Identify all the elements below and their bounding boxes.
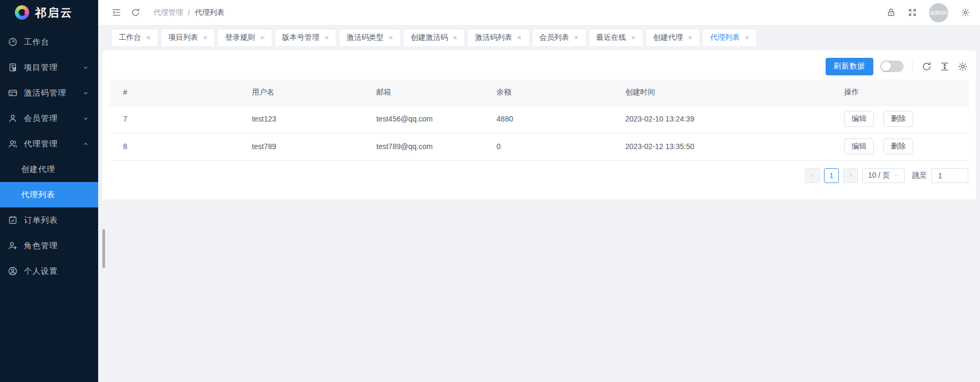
tab-close-icon[interactable]	[453, 35, 457, 41]
tab-9[interactable]: 创建代理	[646, 30, 699, 46]
tab-bar: 工作台 项目列表 登录规则 版本号管理 激活码类型 创建激活码 激活码列表 会员…	[98, 25, 980, 50]
sidebar-item-label: 项目管理	[24, 63, 82, 73]
breadcrumb-separator: /	[188, 8, 190, 17]
table-row: 7 test123 test456@qq.com 4880 2023-02-10…	[110, 105, 968, 133]
table-wrap: #用户名邮箱余额创建时间操作 7 test123 test456@qq.com …	[110, 80, 968, 161]
row-density-icon[interactable]	[939, 61, 950, 72]
activation-card-icon	[7, 88, 18, 98]
tab-label: 创建激活码	[411, 33, 448, 42]
sidebar-item-3[interactable]: 会员管理	[0, 106, 98, 131]
order-icon	[7, 215, 18, 225]
prev-page-button[interactable]	[805, 168, 820, 183]
tab-close-icon[interactable]	[203, 35, 207, 41]
cell-index: 7	[110, 105, 239, 133]
cell-email: test456@qq.com	[363, 105, 483, 133]
tab-6[interactable]: 激活码列表	[468, 30, 528, 46]
sidebar-item-2[interactable]: 激活码管理	[0, 80, 98, 106]
agents-table: #用户名邮箱余额创建时间操作 7 test123 test456@qq.com …	[110, 80, 968, 161]
tab-7[interactable]: 会员列表	[533, 30, 586, 46]
table-column-header: #	[110, 80, 239, 105]
edit-button[interactable]: 编辑	[844, 138, 874, 154]
tab-close-icon[interactable]	[259, 35, 264, 41]
next-page-button[interactable]	[843, 168, 858, 183]
fullscreen-icon[interactable]	[903, 3, 922, 22]
tab-label: 版本号管理	[282, 33, 319, 42]
chevron-up-icon	[82, 141, 89, 147]
delete-button[interactable]: 删除	[883, 111, 913, 127]
project-icon	[7, 62, 18, 73]
page-size-value: 10 / 页	[868, 171, 890, 180]
settings-gear-icon[interactable]	[956, 3, 975, 22]
chevron-down-icon	[82, 64, 89, 71]
sidebar-item-label: 角色管理	[24, 241, 91, 251]
tab-3[interactable]: 版本号管理	[275, 30, 336, 46]
sidebar-item-label: 代理管理	[24, 139, 82, 149]
reload-table-icon[interactable]	[921, 61, 932, 72]
reload-page-icon[interactable]	[126, 3, 145, 22]
tab-label: 工作台	[119, 33, 141, 42]
cell-actions: 编辑 删除	[831, 133, 968, 160]
tab-close-icon[interactable]	[146, 35, 151, 41]
tab-8[interactable]: 最近在线	[589, 30, 643, 46]
sidebar-item-6[interactable]: 代理列表	[0, 182, 98, 207]
cell-created-at: 2023-02-10 13:24:39	[612, 105, 831, 133]
tab-close-icon[interactable]	[324, 35, 329, 41]
avatar[interactable]: admin	[929, 3, 948, 22]
sidebar-item-8[interactable]: 角色管理	[0, 233, 98, 258]
sidebar-item-0[interactable]: 工作台	[0, 29, 98, 55]
tab-5[interactable]: 创建激活码	[404, 30, 464, 46]
tab-close-icon[interactable]	[631, 35, 636, 41]
dashboard-icon	[7, 37, 18, 47]
table-row: 8 test789 test789@qq.com 0 2023-02-12 13…	[110, 133, 968, 160]
sidebar-nav: 工作台 项目管理 激活码管理 会员管理 代理管理 创建代理 代理列表 订单列表 …	[0, 25, 98, 284]
table-settings-gear-icon[interactable]	[957, 61, 968, 72]
edit-button[interactable]: 编辑	[844, 111, 874, 127]
logo-dot	[24, 11, 28, 14]
sidebar-subitem-label: 代理列表	[21, 190, 98, 200]
sidebar-item-5[interactable]: 创建代理	[0, 157, 98, 182]
chevron-down-icon	[82, 90, 89, 97]
role-icon	[7, 240, 18, 251]
lock-icon[interactable]	[881, 3, 900, 22]
cell-balance: 4880	[483, 105, 612, 133]
sidebar-item-7[interactable]: 订单列表	[0, 207, 98, 233]
brand-name: 祁启云	[35, 5, 73, 20]
tab-0[interactable]: 工作台	[112, 30, 158, 46]
current-page-button[interactable]: 1	[824, 168, 839, 183]
pagination: 1 10 / 页 跳至	[110, 168, 968, 183]
page-size-select[interactable]: 10 / 页	[862, 168, 905, 183]
table-header-row: #用户名邮箱余额创建时间操作	[110, 80, 968, 105]
tab-close-icon[interactable]	[574, 35, 579, 41]
sidebar-item-label: 个人设置	[24, 266, 91, 276]
breadcrumb: 代理管理 / 代理列表	[153, 8, 224, 18]
tab-2[interactable]: 登录规则	[218, 30, 271, 46]
cell-index: 8	[110, 133, 239, 160]
sidebar-item-1[interactable]: 项目管理	[0, 55, 98, 80]
tab-close-icon[interactable]	[688, 35, 692, 41]
brand[interactable]: 祁启云	[0, 0, 98, 25]
toolbar-divider	[912, 62, 913, 71]
tab-close-icon[interactable]	[744, 35, 749, 41]
tab-4[interactable]: 激活码类型	[340, 30, 400, 46]
jump-page-input[interactable]	[931, 168, 968, 183]
cell-username: test789	[239, 133, 363, 160]
sidebar: 祁启云 工作台 项目管理 激活码管理 会员管理 代理管理 创建代理 代理列表 订…	[0, 0, 98, 382]
table-column-header: 邮箱	[363, 80, 483, 105]
tab-10[interactable]: 代理列表	[703, 30, 756, 46]
tab-close-icon[interactable]	[517, 35, 522, 41]
breadcrumb-section[interactable]: 代理管理	[153, 8, 183, 18]
scrollbar-thumb[interactable]	[102, 229, 105, 268]
tab-close-icon[interactable]	[388, 35, 393, 41]
delete-button[interactable]: 删除	[883, 138, 913, 154]
menu-fold-icon[interactable]	[107, 3, 126, 22]
tab-label: 代理列表	[710, 33, 740, 42]
topbar-actions: admin	[881, 3, 975, 22]
toggle-switch[interactable]	[880, 60, 904, 72]
table-column-header: 余额	[483, 80, 612, 105]
tab-1[interactable]: 项目列表	[161, 30, 214, 46]
sidebar-item-4[interactable]: 代理管理	[0, 131, 98, 157]
refresh-data-button[interactable]: 刷新数据	[826, 58, 873, 75]
sidebar-item-9[interactable]: 个人设置	[0, 258, 98, 284]
profile-icon	[7, 266, 18, 276]
topbar: 代理管理 / 代理列表 admin	[98, 0, 980, 25]
